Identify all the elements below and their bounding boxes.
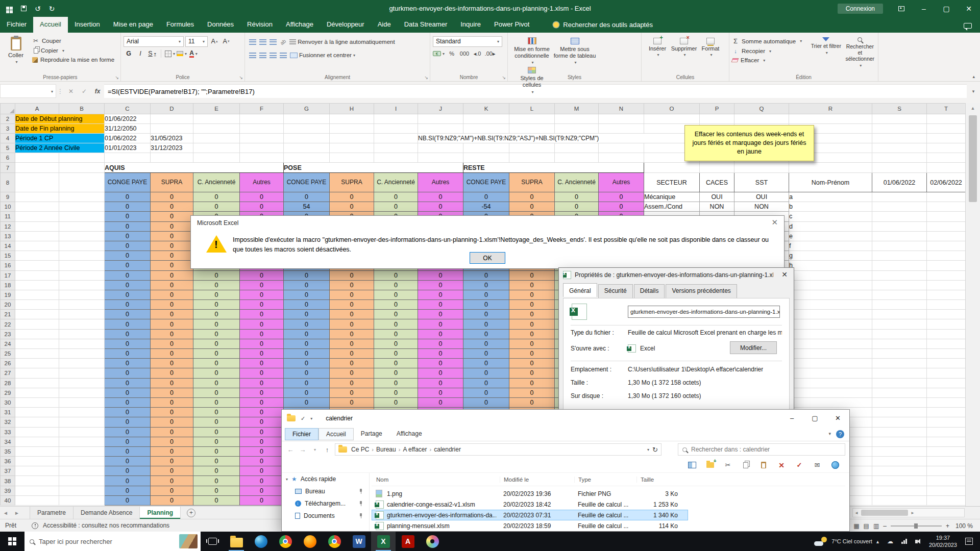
cell[interactable] — [330, 124, 374, 134]
cell-E32[interactable]: 0 — [193, 417, 240, 427]
accessibility-status[interactable]: Accessibilité : consultez nos recommanda… — [43, 522, 169, 529]
cell-C2[interactable]: 01/06/2022 — [105, 114, 151, 124]
cell[interactable] — [330, 114, 374, 124]
cell[interactable] — [193, 153, 240, 163]
group-header-reste[interactable]: RESTE — [463, 163, 644, 173]
cell-L10[interactable]: 0 — [509, 202, 555, 212]
col-header-Q[interactable]: Q — [734, 104, 789, 114]
cell-Q10[interactable]: NON — [734, 202, 789, 212]
cell-T25[interactable] — [927, 349, 966, 359]
refresh-icon[interactable]: ↻ — [652, 446, 658, 454]
row-header-23[interactable]: 23 — [1, 329, 15, 339]
cell[interactable] — [463, 143, 509, 153]
cell-D20[interactable]: 0 — [151, 300, 193, 310]
enter-icon[interactable]: ✓ — [78, 88, 91, 95]
cell-E38[interactable]: 0 — [193, 476, 240, 486]
cell-R10[interactable]: b — [789, 202, 872, 212]
cell-R11[interactable]: c — [789, 212, 872, 221]
sidebar-item-telechargem[interactable]: Téléchargem... — [282, 497, 369, 510]
cell-I20[interactable]: 0 — [374, 300, 418, 310]
cell-F29[interactable]: 0 — [240, 388, 284, 397]
cell-C20[interactable]: 0 — [105, 300, 151, 310]
row-header-22[interactable]: 22 — [1, 319, 15, 329]
cell-K21[interactable]: 0 — [463, 310, 509, 319]
cell-L26[interactable]: 0 — [509, 359, 555, 368]
up-icon[interactable]: ↑ — [323, 446, 332, 454]
cell[interactable] — [374, 143, 418, 153]
zoom-out-icon[interactable]: – — [883, 522, 887, 530]
explorer-maximize-button[interactable]: ▢ — [803, 410, 826, 427]
cell[interactable] — [59, 476, 105, 486]
cell-L9[interactable]: 0 — [509, 192, 555, 202]
cell-T40[interactable] — [927, 495, 966, 505]
horizontal-scroll-thumb[interactable] — [861, 510, 908, 516]
col-header-A[interactable]: A — [15, 104, 59, 114]
cell-C5[interactable]: 01/01/2023 — [105, 143, 151, 153]
cell[interactable] — [59, 466, 105, 476]
col-header-G[interactable]: G — [284, 104, 330, 114]
cell-J24[interactable]: 0 — [418, 339, 463, 348]
file-column-modifie-le[interactable]: Modifié le — [500, 477, 529, 483]
action-center-icon[interactable] — [965, 538, 973, 545]
cell-C31[interactable]: 0 — [105, 408, 151, 417]
cell-G22[interactable]: 0 — [284, 319, 330, 329]
cell-G26[interactable]: 0 — [284, 359, 330, 368]
new-folder-icon[interactable] — [705, 460, 715, 470]
cell[interactable] — [15, 329, 59, 339]
cell[interactable] — [927, 114, 966, 124]
find-select-button[interactable]: Rechercher et sélectionner▾ — [845, 35, 875, 68]
cell-C4[interactable]: 01/06/2022 — [105, 134, 151, 143]
qat-customize-icon[interactable]: ▾ — [310, 416, 312, 421]
cell-J25[interactable]: 0 — [418, 349, 463, 359]
page-break-view-icon[interactable]: ▥ — [873, 522, 879, 530]
font-size-select[interactable]: 11▾ — [185, 36, 208, 47]
cell[interactable] — [59, 408, 105, 417]
cell-D33[interactable]: 0 — [151, 427, 193, 437]
cell-K20[interactable]: 0 — [463, 300, 509, 310]
cell-E35[interactable]: 0 — [193, 446, 240, 456]
borders-button[interactable]: ▾ — [165, 48, 175, 59]
cell[interactable] — [15, 192, 59, 202]
cell[interactable] — [872, 124, 927, 134]
row-header-26[interactable]: 26 — [1, 359, 15, 368]
cell-D26[interactable]: 0 — [151, 359, 193, 368]
cell[interactable] — [59, 261, 105, 270]
cell-D40[interactable]: 0 — [151, 495, 193, 505]
cell-H23[interactable]: 0 — [330, 329, 374, 339]
cell[interactable] — [15, 221, 59, 231]
cell[interactable] — [555, 153, 599, 163]
undo-icon[interactable]: ↺ — [35, 5, 41, 12]
ribbon-tab-formules[interactable]: Formules — [160, 17, 201, 33]
cell[interactable] — [59, 192, 105, 202]
cell[interactable] — [872, 134, 927, 143]
cell[interactable] — [330, 143, 374, 153]
name-box[interactable]: ▾ — [0, 84, 56, 98]
group-header-aquis[interactable]: AQUIS — [105, 163, 284, 173]
col-header-C[interactable]: C — [105, 104, 151, 114]
ribbon-tab-insertion[interactable]: Insertion — [68, 17, 107, 33]
cell-K24[interactable]: 0 — [463, 339, 509, 348]
cell-R29[interactable] — [789, 388, 872, 397]
cell-C13[interactable]: 0 — [105, 231, 151, 241]
start-button[interactable] — [0, 532, 24, 551]
cell[interactable] — [509, 124, 555, 134]
cell-T37[interactable] — [927, 466, 966, 476]
cell-T21[interactable] — [927, 310, 966, 319]
vertical-scroll-thumb[interactable] — [969, 115, 977, 202]
cell-T24[interactable] — [927, 339, 966, 348]
cell-E17[interactable]: 0 — [193, 270, 240, 280]
row-header-14[interactable]: 14 — [1, 241, 15, 251]
collapse-ribbon-icon[interactable]: ▴ — [972, 74, 975, 79]
cell-C27[interactable]: 0 — [105, 368, 151, 378]
cell-H18[interactable]: 0 — [330, 280, 374, 290]
cell-S8[interactable]: 01/06/2022 — [872, 173, 927, 192]
row-header-19[interactable]: 19 — [1, 290, 15, 299]
horizontal-scrollbar[interactable]: ◄► — [852, 508, 965, 517]
cell[interactable] — [284, 143, 330, 153]
cell[interactable] — [599, 114, 644, 124]
cell-C30[interactable]: 0 — [105, 397, 151, 407]
cell-F28[interactable]: 0 — [240, 378, 284, 388]
cell-S29[interactable] — [872, 388, 927, 397]
cell-D16[interactable]: 0 — [151, 261, 193, 270]
cell-A3[interactable]: Date de Fin planning — [15, 124, 105, 134]
